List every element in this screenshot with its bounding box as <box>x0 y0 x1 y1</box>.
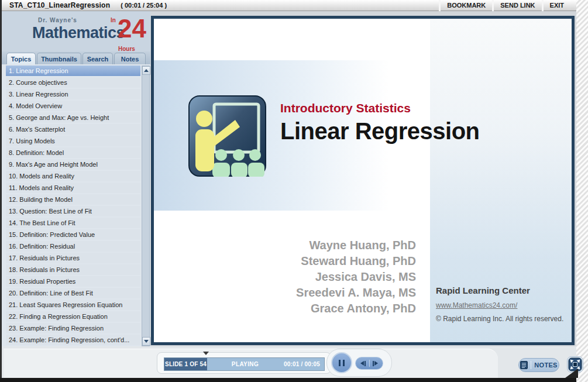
topic-item-6[interactable]: 6. Max's Scatterplot <box>6 124 140 135</box>
step-controls <box>355 357 383 370</box>
topic-item-23[interactable]: 23. Example: Finding Regression <box>6 323 140 333</box>
step-forward-icon <box>374 361 378 366</box>
progress-track[interactable]: PLAYING 00:01 / 00:05 <box>207 358 324 370</box>
menu-item-send-link[interactable]: SEND LINK <box>492 0 541 11</box>
sidebar-tabs: Topics Thumbnails Search Notes <box>2 51 150 64</box>
tab-thumbnails[interactable]: Thumbnails <box>37 53 81 64</box>
tab-search[interactable]: Search <box>82 53 113 64</box>
org-name: Rapid Learning Center <box>436 285 565 295</box>
topic-item-14[interactable]: 14. The Best Line of Fit <box>6 218 140 228</box>
course-elapsed-time: ( 00:01 / 25:04 ) <box>121 2 167 9</box>
course-title: STA_CT10_LinearRegression <box>9 1 110 9</box>
logo-in-text: In <box>111 17 116 23</box>
pause-icon <box>343 360 345 366</box>
playback-time: 00:01 / 00:05 <box>284 361 320 367</box>
topic-item-20[interactable]: 20. Definition: Line of Best Fit <box>6 288 140 298</box>
topic-item-8[interactable]: 8. Definition: Model <box>6 147 140 158</box>
page-curl-decoration <box>565 369 578 378</box>
topic-item-17[interactable]: 17. Residuals in Pictures <box>6 253 140 263</box>
org-copyright: © Rapid Learning Inc. All rights reserve… <box>436 315 565 323</box>
logo-hours-text: Hours <box>118 46 135 51</box>
slide-canvas: Introductory Statistics Linear Regressio… <box>154 19 572 342</box>
slide-headings: Introductory Statistics Linear Regressio… <box>280 101 480 144</box>
window-left-edge <box>0 0 2 378</box>
topic-item-16[interactable]: 16. Definition: Residual <box>6 241 140 252</box>
stage-background-pattern <box>576 0 588 382</box>
scroll-up-button[interactable] <box>142 66 150 75</box>
author-line: Grace Antony, PhD <box>154 301 416 316</box>
title-bar-menu: BOOKMARK SEND LINK EXIT <box>439 0 570 11</box>
arrow-down-icon <box>144 340 149 343</box>
scroll-down-button[interactable] <box>142 337 150 346</box>
step-back-icon <box>365 361 366 366</box>
org-url-link[interactable]: www.Mathematics24.com/ <box>436 301 565 309</box>
topic-item-9[interactable]: 9. Max's Age and Height Model <box>6 159 140 170</box>
application-window: STA_CT10_LinearRegression ( 00:01 / 25:0… <box>0 0 588 382</box>
topic-item-24[interactable]: 24. Example: Finding Regression, cont'd.… <box>6 335 140 345</box>
playback-bar: SLIDE 1 OF 54 PLAYING 00:01 / 00:05 <box>2 346 576 378</box>
notes-divider <box>531 361 531 369</box>
progress-bar[interactable]: SLIDE 1 OF 54 PLAYING 00:01 / 00:05 <box>164 357 325 371</box>
organization-block: Rapid Learning Center www.Mathematics24.… <box>436 285 565 323</box>
author-line: Steward Huang, PhD <box>154 253 416 269</box>
author-list: Wayne Huang, PhD Steward Huang, PhD Jess… <box>154 238 416 316</box>
sidebar: Dr. Wayne's Mathematics In 24 Hours Topi… <box>2 11 150 346</box>
notes-label: NOTES <box>534 362 557 369</box>
topic-item-5[interactable]: 5. George and Max: Age vs. Height <box>6 112 140 123</box>
arrow-up-icon <box>144 69 149 72</box>
topic-item-19[interactable]: 19. Residual Properties <box>6 276 140 287</box>
pause-icon <box>339 360 341 366</box>
topic-item-4[interactable]: 4. Model Overview <box>6 101 140 111</box>
author-line: Sreedevi A. Maya, MS <box>154 285 416 301</box>
topic-item-15[interactable]: 15. Definition: Predicted Value <box>6 229 140 240</box>
classroom-icon <box>188 95 266 179</box>
menu-item-exit[interactable]: EXIT <box>542 0 570 11</box>
slide-eyebrow: Introductory Statistics <box>280 101 480 115</box>
topic-item-22[interactable]: 22. Finding a Regression Equation <box>6 311 140 322</box>
step-forward-icon <box>373 361 374 366</box>
topic-item-2[interactable]: 2. Course objectives <box>6 77 140 88</box>
topic-item-11[interactable]: 11. Models and Reality <box>6 183 140 193</box>
previous-slide-button[interactable] <box>357 361 369 366</box>
topic-item-1[interactable]: 1. Linear Regression <box>6 66 140 76</box>
tab-notes[interactable]: Notes <box>114 53 146 64</box>
pause-button[interactable] <box>331 352 352 373</box>
author-line: Jessica Davis, MS <box>154 269 416 285</box>
topic-item-21[interactable]: 21. Least Squares Regression Equation <box>6 300 140 310</box>
menu-item-bookmark[interactable]: BOOKMARK <box>439 0 492 11</box>
logo-24-text: 24 <box>118 16 146 42</box>
next-slide-button[interactable] <box>370 361 381 366</box>
step-back-icon <box>360 361 364 366</box>
author-line: Wayne Huang, PhD <box>154 238 416 253</box>
notes-button[interactable]: NOTES <box>518 358 559 372</box>
slide-title: Linear Regression <box>280 118 480 144</box>
topic-item-7[interactable]: 7. Using Models <box>6 136 140 146</box>
notes-icon <box>520 361 528 369</box>
title-bar: STA_CT10_LinearRegression ( 00:01 / 25:0… <box>0 0 576 11</box>
tab-topics[interactable]: Topics <box>6 53 36 64</box>
logo-brand-text: Mathematics <box>32 24 125 42</box>
logo-tagline: Dr. Wayne's <box>38 17 77 23</box>
slide-frame: Introductory Statistics Linear Regressio… <box>151 16 575 345</box>
topic-item-10[interactable]: 10. Models and Reality <box>6 171 140 181</box>
playhead-marker[interactable] <box>203 352 209 355</box>
topic-item-3[interactable]: 3. Linear Regression <box>6 89 140 99</box>
topic-item-13[interactable]: 13. Question: Best Line of Fit <box>6 206 140 216</box>
topics-list: 1. Linear Regression 2. Course objective… <box>2 64 150 346</box>
playback-status: PLAYING <box>207 361 283 367</box>
brand-logo: Dr. Wayne's Mathematics In 24 Hours <box>2 11 150 51</box>
topic-item-18[interactable]: 18. Residuals in Pictures <box>6 264 140 275</box>
slide-progress-label: SLIDE 1 OF 54 <box>164 358 207 370</box>
topics-scrollbar[interactable] <box>142 66 150 346</box>
topic-item-12[interactable]: 12. Building the Model <box>6 194 140 205</box>
window-bottom-strip <box>0 378 576 382</box>
